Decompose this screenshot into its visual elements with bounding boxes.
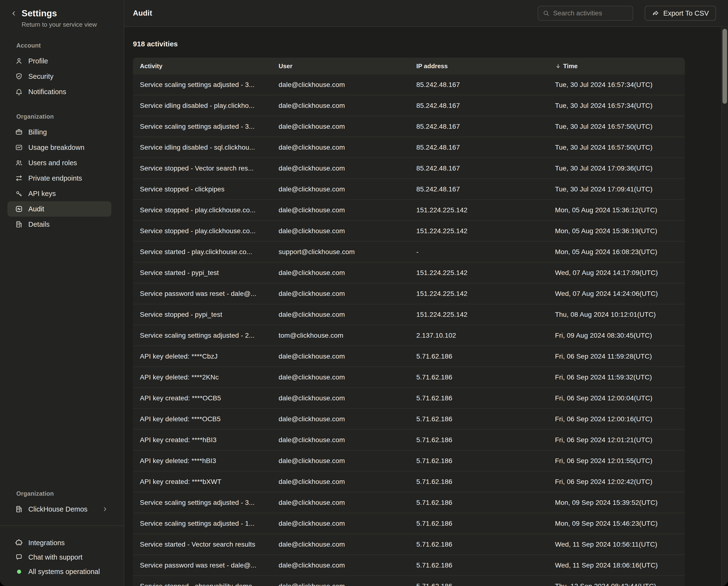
settings-title: Settings (22, 8, 97, 19)
activity-cell: Service started - pypi_test (133, 269, 271, 277)
table-row[interactable]: Service scaling settings adjusted - 3...… (133, 74, 685, 95)
time-cell: Fri, 06 Sep 2024 12:00:16(UTC) (548, 415, 685, 423)
user-cell: dale@clickhouse.com (271, 394, 409, 402)
ip-cell: 151.224.225.142 (409, 290, 548, 298)
ip-cell: 85.242.48.167 (409, 165, 548, 172)
ip-cell: 5.71.62.186 (409, 373, 548, 381)
table-row[interactable]: Service password was reset - dale@...dal… (133, 284, 685, 304)
user-cell: dale@clickhouse.com (271, 478, 409, 486)
table-row[interactable]: Service scaling settings adjusted - 3...… (133, 116, 685, 137)
sidebar-item-users-and-roles[interactable]: Users and roles (7, 155, 111, 171)
table-row[interactable]: Service started - play.clickhouse.co...s… (133, 242, 685, 263)
table-row[interactable]: Service idling disabled - play.clickho..… (133, 95, 685, 116)
column-header-label: IP address (416, 63, 448, 70)
column-header-activity[interactable]: Activity (133, 63, 271, 70)
table-row[interactable]: API key created: ****bXWTdale@clickhouse… (133, 471, 685, 492)
table-header-row: ActivityUserIP addressTime (133, 58, 685, 74)
sidebar-item-label: Usage breakdown (28, 144, 84, 151)
time-cell: Wed, 07 Aug 2024 14:24:06(UTC) (548, 290, 685, 298)
footer-item-integrations[interactable]: Integrations (0, 536, 124, 550)
user-cell: dale@clickhouse.com (271, 269, 409, 277)
export-csv-button[interactable]: Export To CSV (645, 6, 716, 21)
table-row[interactable]: Service scaling settings adjusted - 1...… (133, 513, 685, 534)
table-row[interactable]: Service started - pypi_testdale@clickhou… (133, 263, 685, 284)
search-icon (543, 9, 550, 17)
ip-cell: 5.71.62.186 (409, 352, 548, 360)
column-header-label: User (279, 63, 292, 70)
time-cell: Fri, 09 Aug 2024 08:30:45(UTC) (548, 332, 685, 339)
export-icon (652, 9, 659, 17)
table-row[interactable]: API key created: ****OCB5dale@clickhouse… (133, 388, 685, 409)
table-row[interactable]: Service stopped - play.clickhouse.co...d… (133, 221, 685, 242)
table-row[interactable]: Service stopped - play.clickhouse.co...d… (133, 200, 685, 221)
column-header-ip-address[interactable]: IP address (409, 63, 548, 70)
time-cell: Fri, 06 Sep 2024 12:01:21(UTC) (548, 436, 685, 444)
billing-icon (15, 128, 23, 136)
table-row[interactable]: API key deleted: ****CbzJdale@clickhouse… (133, 346, 685, 367)
sidebar-item-details[interactable]: Details (7, 217, 111, 232)
user-cell: dale@clickhouse.com (271, 144, 409, 151)
user-cell: dale@clickhouse.com (271, 165, 409, 172)
sidebar-item-billing[interactable]: Billing (7, 124, 111, 140)
puzzle-icon (15, 539, 23, 547)
sidebar-item-usage-breakdown[interactable]: Usage breakdown (7, 140, 111, 155)
ip-cell: 5.71.62.186 (409, 415, 548, 423)
shield-check-icon (15, 72, 23, 80)
table-row[interactable]: Service stopped - clickpipesdale@clickho… (133, 179, 685, 200)
sidebar-item-label: Private endpoints (28, 174, 82, 182)
table-row[interactable]: Service password was reset - dale@...dal… (133, 555, 685, 576)
table-row[interactable]: Service stopped - observability-demodale… (133, 576, 685, 586)
ip-cell: 5.71.62.186 (409, 478, 548, 486)
footer-item-chat-with-support[interactable]: Chat with support (0, 550, 124, 564)
table-row[interactable]: Service scaling settings adjusted - 3...… (133, 492, 685, 513)
table-row[interactable]: Service stopped - Vector search res...da… (133, 158, 685, 179)
ip-cell: 151.224.225.142 (409, 311, 548, 318)
sidebar-item-api-keys[interactable]: API keys (7, 186, 111, 201)
search-input[interactable] (553, 9, 628, 17)
back-button[interactable] (9, 8, 18, 19)
page-title: Audit (133, 9, 152, 18)
table-row[interactable]: Service stopped - pypi_testdale@clickhou… (133, 304, 685, 325)
activity-cell: Service stopped - play.clickhouse.co... (133, 227, 271, 235)
time-cell: Tue, 30 Jul 2024 16:57:34(UTC) (548, 81, 685, 89)
time-cell: Wed, 07 Aug 2024 14:17:09(UTC) (548, 269, 685, 277)
footer-item-label: Chat with support (28, 553, 82, 561)
table-row[interactable]: Service scaling settings adjusted - 2...… (133, 325, 685, 346)
activity-cell: API key deleted: ****CbzJ (133, 352, 271, 360)
table-row[interactable]: Service idling disabled - sql.clickhou..… (133, 137, 685, 158)
org-switcher[interactable]: ClickHouse Demos (7, 502, 111, 517)
sidebar-item-audit[interactable]: Audit (7, 201, 111, 217)
table-row[interactable]: API key deleted: ****2KNcdale@clickhouse… (133, 367, 685, 388)
table-row[interactable]: API key created: ****hBI3dale@clickhouse… (133, 430, 685, 450)
table-row[interactable]: API key deleted: ****hBI3dale@clickhouse… (133, 450, 685, 471)
time-cell: Thu, 08 Aug 2024 10:12:01(UTC) (548, 311, 685, 318)
bell-icon (15, 88, 23, 96)
activity-cell: API key created: ****hBI3 (133, 436, 271, 444)
system-status[interactable]: All systems operational (0, 564, 124, 579)
ip-cell: 85.242.48.167 (409, 144, 548, 151)
user-cell: dale@clickhouse.com (271, 352, 409, 360)
time-cell: Mon, 09 Sep 2024 15:46:23(UTC) (548, 520, 685, 528)
activity-cell: Service stopped - Vector search res... (133, 165, 271, 172)
sidebar-item-private-endpoints[interactable]: Private endpoints (7, 171, 111, 186)
time-cell: Mon, 05 Aug 2024 15:36:19(UTC) (548, 227, 685, 235)
sidebar-item-notifications[interactable]: Notifications (7, 84, 111, 99)
status-label: All systems operational (28, 568, 100, 576)
footer-item-label: Integrations (28, 539, 65, 547)
table-row[interactable]: Service started - Vector search resultsd… (133, 534, 685, 555)
scrollbar-track[interactable] (721, 27, 728, 586)
activity-cell: API key created: ****OCB5 (133, 394, 271, 402)
swap-arrows-icon (15, 174, 23, 182)
activity-cell: Service scaling settings adjusted - 1... (133, 520, 271, 528)
column-header-user[interactable]: User (271, 63, 409, 70)
time-cell: Tue, 30 Jul 2024 17:09:41(UTC) (548, 186, 685, 193)
scrollbar-thumb[interactable] (723, 29, 727, 104)
activity-cell: Service scaling settings adjusted - 3... (133, 123, 271, 130)
nav-section-label: Account (0, 42, 124, 49)
ip-cell: 85.242.48.167 (409, 123, 548, 130)
sidebar-item-profile[interactable]: Profile (7, 53, 111, 69)
sidebar-item-security[interactable]: Security (7, 69, 111, 84)
table-row[interactable]: API key deleted: ****OCB5dale@clickhouse… (133, 409, 685, 430)
column-header-time[interactable]: Time (548, 63, 685, 70)
usage-chart-icon (15, 143, 23, 151)
